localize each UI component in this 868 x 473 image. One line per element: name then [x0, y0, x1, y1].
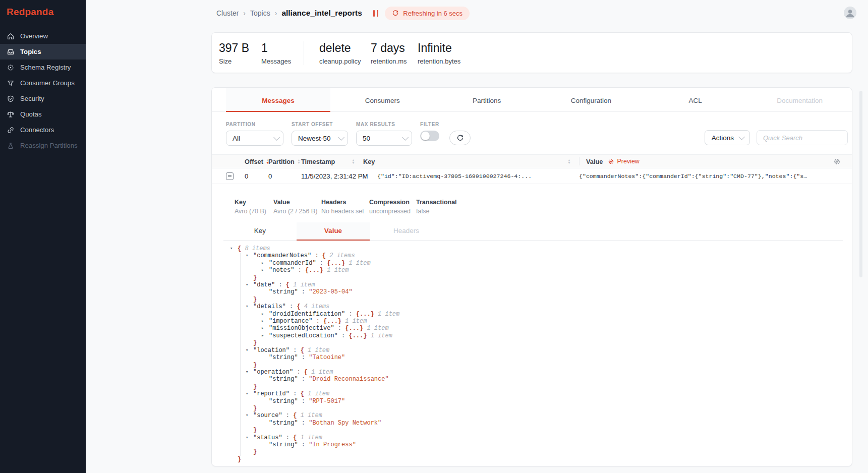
row-offset: 0: [245, 172, 268, 180]
tree-line: "string" : "Bothan Spy Network": [230, 420, 852, 427]
quick-search-input[interactable]: [757, 130, 848, 145]
expand-arrow-icon[interactable]: ▸: [261, 267, 269, 274]
pause-refresh-button[interactable]: [371, 8, 381, 19]
column-header-partition[interactable]: Partition ▲▼: [268, 158, 301, 165]
collapse-arrow-icon[interactable]: ▾: [246, 347, 253, 354]
max-results-control: MAX RESULTS 50: [356, 122, 412, 146]
content-area: Cluster › Topics › alliance_intel_report…: [211, 0, 852, 466]
preview-button[interactable]: Preview: [608, 158, 639, 165]
partition-select-value: All: [233, 135, 240, 142]
sidebar-item-consumer-groups[interactable]: Consumer Groups: [0, 75, 86, 91]
tab-consumers[interactable]: Consumers: [330, 88, 435, 111]
expand-arrow-icon[interactable]: ▸: [261, 318, 269, 325]
start-offset-select-value: Newest-50: [298, 135, 331, 142]
row-expand-cell: [226, 172, 245, 180]
collapse-arrow-icon[interactable]: ▾: [246, 390, 253, 397]
avatar[interactable]: [844, 7, 856, 19]
collapse-row-button[interactable]: [226, 172, 234, 180]
detail-headers: Headers No headers set: [321, 199, 369, 215]
table-settings: [829, 158, 852, 165]
sidebar-item-schema-registry[interactable]: Schema Registry: [0, 60, 86, 75]
tab-partitions[interactable]: Partitions: [435, 88, 539, 111]
breadcrumb-separator: ›: [275, 9, 277, 17]
collapse-arrow-icon[interactable]: ▾: [246, 412, 253, 419]
column-header-key[interactable]: Key ▲▼: [363, 158, 579, 165]
breadcrumb-topics[interactable]: Topics: [250, 9, 270, 17]
sidebar-item-quotas[interactable]: Quotas: [0, 106, 86, 122]
tree-line: }: [230, 362, 852, 369]
collapse-arrow-icon[interactable]: ▾: [246, 369, 253, 376]
expand-arrow-icon[interactable]: ▸: [261, 311, 269, 318]
column-header-offset[interactable]: Offset ▲▼: [245, 158, 268, 165]
redpanda-logo[interactable]: Redpanda: [0, 0, 86, 18]
filter-label: FILTER: [420, 122, 439, 127]
stat-label: Messages: [261, 57, 304, 65]
page-scrollbar[interactable]: [859, 91, 862, 277]
breadcrumb-cluster[interactable]: Cluster: [216, 9, 239, 17]
row-value: {"commanderNotes":{"commanderId":{"strin…: [579, 173, 852, 180]
payload-tab-headers[interactable]: Headers: [370, 222, 443, 240]
expand-arrow-icon[interactable]: ▸: [261, 325, 269, 332]
table-settings-gear-icon[interactable]: [833, 158, 841, 165]
tree-line: ▾"operation" : { 1 item: [230, 369, 852, 376]
sidebar-item-security[interactable]: Security: [0, 91, 86, 106]
tree-line: }: [230, 405, 852, 412]
expand-arrow-icon[interactable]: ▸: [261, 332, 269, 339]
tree-line: ▾"commanderNotes" : { 2 items: [230, 252, 852, 259]
stat-label: retention.bytes: [418, 57, 460, 65]
sidebar-item-overview[interactable]: Overview: [0, 28, 86, 44]
payload-tab-key[interactable]: Key: [223, 222, 297, 240]
sidebar-nav: Overview Topics Schema Registry Consumer…: [0, 28, 86, 153]
sort-icon[interactable]: ▲▼: [297, 159, 301, 164]
tab-acl[interactable]: ACL: [643, 88, 747, 111]
pause-icon: [377, 10, 379, 17]
max-results-select[interactable]: 50: [356, 131, 412, 146]
table-row[interactable]: 0 0 11/5/2023, 2:31:42 PM {"id":"ID:acti…: [212, 168, 852, 184]
gear-icon: [608, 158, 614, 165]
column-header-timestamp[interactable]: Timestamp ▲▼: [301, 158, 363, 165]
message-detail-summary: Key Avro (70 B) Value Avro (2 / 256 B) H…: [212, 184, 852, 215]
topic-stats-card: 397 B Size 1 Messages delete cleanup.pol…: [211, 32, 852, 73]
tree-line: ▾"reportId" : { 1 item: [230, 390, 852, 397]
payload-tab-value[interactable]: Value: [297, 222, 370, 240]
tree-line: ▾"status" : { 1 item: [230, 434, 852, 441]
expand-arrow-icon[interactable]: ▸: [261, 260, 269, 267]
row-partition: 0: [268, 172, 301, 180]
minus-icon: [228, 175, 232, 176]
refresh-messages-button[interactable]: [449, 131, 471, 145]
refresh-icon: [456, 134, 464, 142]
filter-toggle[interactable]: [420, 131, 439, 141]
messages-table: Offset ▲▼ Partition ▲▼ Timestamp ▲▼ Key …: [212, 154, 852, 463]
sidebar-item-label: Quotas: [20, 110, 42, 118]
scales-icon: [6, 110, 15, 119]
tree-line: "string" : "2023-05-04": [230, 288, 852, 295]
refresh-countdown-text: Refreshing in 6 secs: [403, 10, 462, 17]
tree-line: }: [230, 274, 852, 281]
actions-button-label: Actions: [712, 134, 734, 142]
sidebar-item-reassign-partitions[interactable]: Reassign Partitions: [0, 138, 86, 153]
shield-icon: [6, 94, 15, 103]
collapse-arrow-icon[interactable]: ▾: [230, 245, 238, 252]
tab-configuration[interactable]: Configuration: [539, 88, 643, 111]
tree-line: ▸"droidIdentification" : {...} 1 item: [230, 311, 852, 318]
partition-select[interactable]: All: [226, 131, 283, 146]
tab-documentation[interactable]: Documentation: [747, 88, 852, 111]
collapse-arrow-icon[interactable]: ▾: [246, 281, 253, 288]
auto-refresh-indicator[interactable]: Refreshing in 6 secs: [385, 7, 470, 20]
tree-line: ▸"suspectedLocation" : {...} 1 item: [230, 332, 852, 339]
sidebar-item-label: Topics: [20, 48, 41, 55]
start-offset-select[interactable]: Newest-50: [292, 131, 348, 146]
sidebar-item-topics[interactable]: Topics: [0, 44, 86, 60]
stat-value: Infinite: [418, 41, 460, 55]
collapse-arrow-icon[interactable]: ▾: [246, 252, 253, 259]
partition-control: PARTITION All: [226, 122, 283, 146]
sort-icon[interactable]: ▲▼: [567, 159, 571, 164]
collapse-arrow-icon[interactable]: ▾: [246, 434, 253, 441]
breadcrumb-separator: ›: [243, 9, 246, 17]
stat-size: 397 B Size: [219, 41, 261, 65]
sidebar-item-connectors[interactable]: Connectors: [0, 122, 86, 138]
collapse-arrow-icon[interactable]: ▾: [246, 303, 253, 310]
sort-icon[interactable]: ▲▼: [352, 159, 355, 164]
tab-messages[interactable]: Messages: [226, 88, 330, 111]
actions-button[interactable]: Actions: [705, 130, 750, 145]
